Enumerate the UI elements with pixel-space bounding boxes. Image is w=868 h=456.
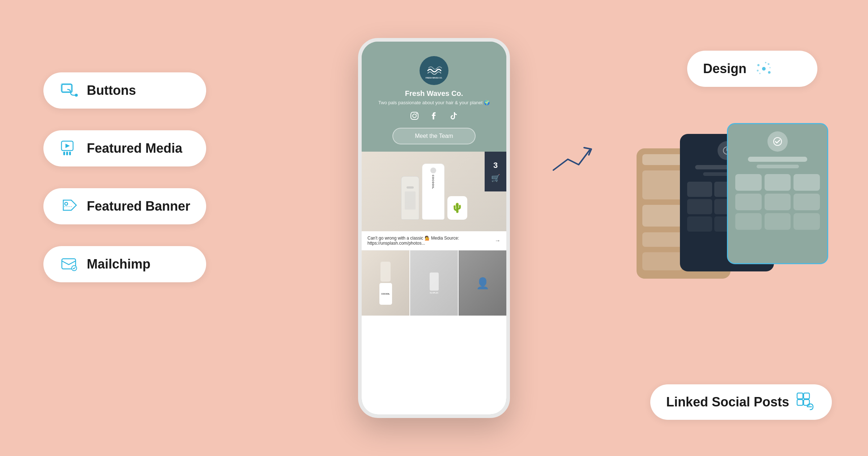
thumbnail-1: COCOOIL	[362, 250, 409, 316]
facebook-icon[interactable]	[429, 111, 439, 121]
phone-screen: FRESH WAVES CO. Fresh Waves Co. Two pals…	[362, 42, 506, 414]
product-image-area: COCOOIL 🌵 3 🛒	[362, 152, 506, 231]
svg-text:FRESH WAVES CO.: FRESH WAVES CO.	[426, 77, 443, 79]
brand-logo: FRESH WAVES CO.	[420, 56, 448, 85]
plant-decoration: 🌵	[447, 196, 467, 220]
phone-tagline: Two pals passionate about your hair & yo…	[378, 100, 490, 105]
instagram-icon[interactable]	[410, 111, 419, 121]
svg-point-24	[774, 138, 782, 145]
linked-social-pill[interactable]: Linked Social Posts	[650, 384, 832, 420]
cart-icon: 🛒	[491, 174, 500, 182]
cart-count: 3	[493, 161, 498, 170]
tag-icon	[59, 196, 80, 216]
feature-pill-mailchimp[interactable]: Mailchimp	[43, 246, 206, 282]
svg-rect-7	[69, 152, 71, 155]
phone-outer: FRESH WAVES CO. Fresh Waves Co. Two pals…	[358, 38, 510, 418]
caption-arrow-icon: →	[495, 237, 501, 244]
featured-media-label: Featured Media	[87, 141, 182, 156]
svg-point-16	[757, 64, 760, 66]
svg-point-2	[75, 94, 78, 97]
thumbnail-3: 👤	[459, 250, 506, 316]
design-pill[interactable]: Design	[687, 51, 817, 87]
tiktok-icon[interactable]	[449, 111, 458, 121]
feature-pill-featured-banner[interactable]: Featured Banner	[43, 188, 206, 224]
svg-point-22	[769, 67, 771, 68]
design-area: Design	[687, 51, 817, 87]
social-icons-row	[410, 111, 458, 121]
feature-pill-featured-media[interactable]: Featured Media	[43, 130, 206, 166]
mail-icon	[59, 254, 80, 274]
trend-arrow-icon	[550, 145, 593, 174]
phone-brand-name: Fresh Waves Co.	[405, 89, 463, 98]
buttons-label: Buttons	[87, 83, 136, 98]
phone-header: FRESH WAVES CO. Fresh Waves Co. Two pals…	[362, 42, 506, 152]
svg-rect-27	[797, 400, 803, 405]
theme-cards-area	[637, 112, 839, 315]
svg-point-14	[416, 113, 417, 114]
design-label: Design	[703, 61, 746, 76]
svg-rect-6	[66, 152, 68, 155]
product-bottles: COCOOIL 🌵	[394, 156, 475, 227]
svg-point-17	[768, 63, 770, 65]
bottle-1	[401, 176, 419, 220]
linked-social-label: Linked Social Posts	[666, 394, 789, 410]
phone-mockup: FRESH WAVES CO. Fresh Waves Co. Two pals…	[358, 38, 510, 418]
svg-point-19	[759, 73, 761, 74]
bottle-cocooil: COCOOIL	[422, 164, 444, 220]
svg-point-15	[762, 67, 766, 71]
link-icon	[59, 80, 80, 101]
thumbnails-row: COCOOIL OLAPLEX 👤	[362, 250, 506, 316]
svg-rect-26	[804, 393, 809, 399]
meet-team-button[interactable]: Meet the Team	[392, 128, 476, 144]
sparkle-icon	[754, 59, 774, 79]
mailchimp-label: Mailchimp	[87, 257, 150, 272]
theme-card-front	[727, 123, 828, 264]
phone-content: COCOOIL 🌵 3 🛒 Can't go wrong with a clas…	[362, 152, 506, 414]
feature-pills-list: Buttons Featured Media Featured Banner	[43, 72, 206, 282]
trend-arrow-area	[550, 145, 593, 174]
caption-text: Can't go wrong with a classic 💁 Media So…	[367, 236, 491, 246]
svg-marker-4	[65, 144, 70, 148]
svg-point-20	[765, 62, 766, 63]
feature-pill-buttons[interactable]: Buttons	[43, 72, 206, 109]
svg-point-21	[757, 70, 759, 72]
svg-rect-5	[63, 152, 65, 155]
featured-banner-label: Featured Banner	[87, 199, 190, 214]
svg-rect-25	[797, 393, 803, 399]
thumbnail-2: OLAPLEX	[410, 250, 458, 316]
svg-point-8	[65, 202, 68, 205]
play-icon	[59, 138, 80, 159]
caption-row: Can't go wrong with a classic 💁 Media So…	[362, 231, 506, 250]
cart-badge: 3 🛒	[485, 152, 506, 191]
svg-point-18	[768, 71, 771, 74]
grid-link-icon	[796, 392, 816, 412]
svg-point-13	[413, 114, 416, 118]
